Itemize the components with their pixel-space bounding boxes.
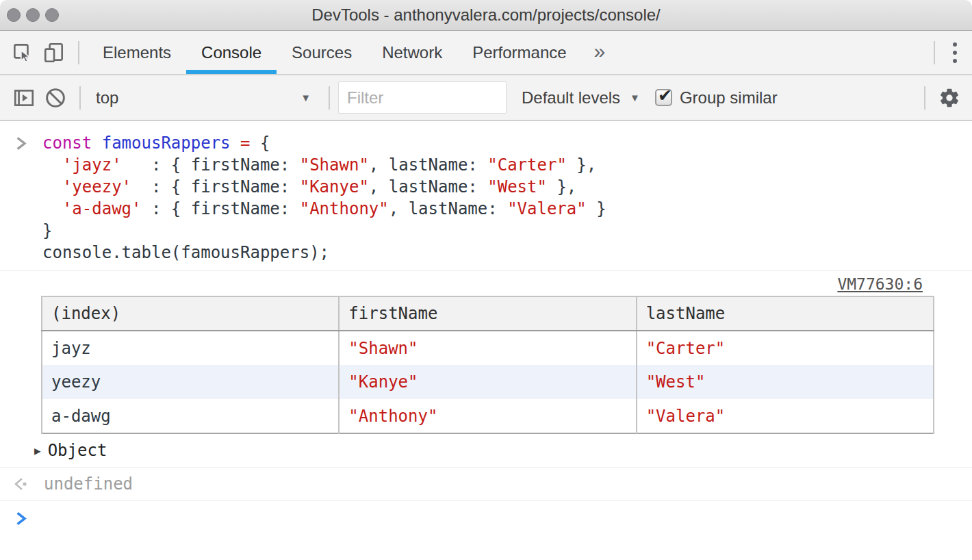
- javascript-context-selector[interactable]: top ▼: [89, 82, 320, 114]
- log-levels-dropdown[interactable]: Default levels ▼: [522, 82, 640, 114]
- sidebar-panel-icon: [12, 86, 36, 110]
- console-input-echo: const famousRappers = { 'jayz' : { first…: [0, 121, 972, 271]
- clear-icon: [43, 86, 68, 110]
- object-label: Object: [48, 441, 107, 460]
- titlebar: DevTools - anthonyvalera.com/projects/co…: [0, 0, 972, 31]
- devtools-tabbar: Elements Console Sources Network Perform…: [0, 31, 972, 75]
- console-sidebar-toggle-button[interactable]: [8, 82, 40, 114]
- input-chevron-icon: [15, 136, 29, 155]
- devtools-window: DevTools - anthonyvalera.com/projects/co…: [0, 0, 972, 560]
- clear-console-button[interactable]: [40, 82, 71, 114]
- divider: [329, 86, 330, 110]
- console-code-line: }: [0, 220, 972, 242]
- table-header-cell[interactable]: lastName: [637, 296, 934, 331]
- divider: [78, 41, 79, 64]
- console-code-line: 'yeezy' : { firstName: "Kanye", lastName…: [0, 176, 972, 198]
- fullscreen-button[interactable]: [45, 8, 59, 22]
- context-value: top: [96, 88, 118, 107]
- checkmark-icon: ✔: [658, 86, 672, 105]
- console-panel: const famousRappers = { 'jayz' : { first…: [0, 121, 972, 560]
- table-cell: a-dawg: [42, 399, 339, 433]
- prompt-chevron-icon: [15, 511, 29, 527]
- device-toolbar-button[interactable]: [38, 37, 70, 68]
- console-table-message: VM77630:6 (index)firstNamelastNamejayz"S…: [0, 271, 972, 468]
- table-cell: yeezy: [42, 365, 339, 399]
- table-row: jayz"Shawn""Carter": [42, 331, 934, 365]
- result-arrow-icon: [11, 476, 30, 492]
- gear-icon: [938, 87, 960, 109]
- chevron-down-icon: ▼: [300, 92, 311, 103]
- more-tabs-button[interactable]: »: [582, 40, 618, 63]
- chevron-down-icon: ▼: [630, 92, 640, 103]
- console-prompt-input[interactable]: [0, 501, 972, 530]
- table-cell: "Valera": [637, 399, 934, 433]
- console-table: (index)firstNamelastNamejayz"Shawn""Cart…: [41, 296, 934, 434]
- devtools-menu-button[interactable]: [943, 42, 967, 63]
- object-disclosure[interactable]: ▶ Object: [0, 434, 972, 461]
- tab-network[interactable]: Network: [367, 31, 457, 74]
- disclosure-triangle-icon: ▶: [34, 444, 41, 457]
- filter-input[interactable]: [338, 81, 507, 114]
- return-value-text: undefined: [44, 474, 133, 494]
- window-title: DevTools - anthonyvalera.com/projects/co…: [311, 5, 661, 25]
- settings-button[interactable]: [934, 82, 965, 114]
- console-toolbar: top ▼ Default levels ▼ ✔ Group similar: [0, 75, 972, 121]
- group-similar-control: ✔ Group similar: [655, 88, 778, 107]
- table-cell: "Carter": [637, 331, 934, 365]
- table-header-row: (index)firstNamelastName: [42, 296, 934, 331]
- console-code-line: const famousRappers = {: [0, 132, 972, 154]
- console-code-line: 'a-dawg' : { firstName: "Anthony", lastN…: [0, 198, 972, 220]
- traffic-lights: [7, 8, 59, 22]
- table-cell: "West": [637, 365, 934, 399]
- divider: [934, 41, 935, 64]
- table-header-cell[interactable]: firstName: [339, 296, 636, 331]
- group-similar-checkbox[interactable]: ✔: [655, 89, 672, 106]
- tab-sources[interactable]: Sources: [277, 31, 367, 74]
- table-row: yeezy"Kanye""West": [42, 365, 934, 399]
- table-cell: "Shawn": [339, 331, 636, 365]
- console-return-value: undefined: [0, 468, 972, 501]
- minimize-button[interactable]: [26, 8, 40, 22]
- tab-elements[interactable]: Elements: [88, 31, 186, 74]
- table-header-cell[interactable]: (index): [42, 296, 339, 331]
- table-cell: jayz: [42, 331, 339, 365]
- inspect-element-button[interactable]: [7, 37, 38, 68]
- group-similar-label[interactable]: Group similar: [680, 88, 778, 107]
- divider: [79, 86, 81, 110]
- source-location: VM77630:6: [0, 272, 972, 296]
- table-cell: "Anthony": [339, 399, 636, 433]
- inspect-cursor-icon: [11, 41, 34, 64]
- levels-value: Default levels: [522, 88, 620, 107]
- table-row: a-dawg"Anthony""Valera": [42, 399, 934, 433]
- console-code-line: 'jayz' : { firstName: "Shawn", lastName:…: [0, 154, 972, 176]
- devices-icon: [42, 41, 66, 64]
- tab-console[interactable]: Console: [186, 31, 277, 74]
- table-cell: "Kanye": [339, 365, 636, 399]
- console-code-line: console.table(famousRappers);: [0, 242, 972, 264]
- close-button[interactable]: [7, 8, 21, 22]
- divider: [924, 86, 925, 110]
- tab-performance[interactable]: Performance: [457, 31, 581, 74]
- source-link[interactable]: VM77630:6: [837, 275, 923, 293]
